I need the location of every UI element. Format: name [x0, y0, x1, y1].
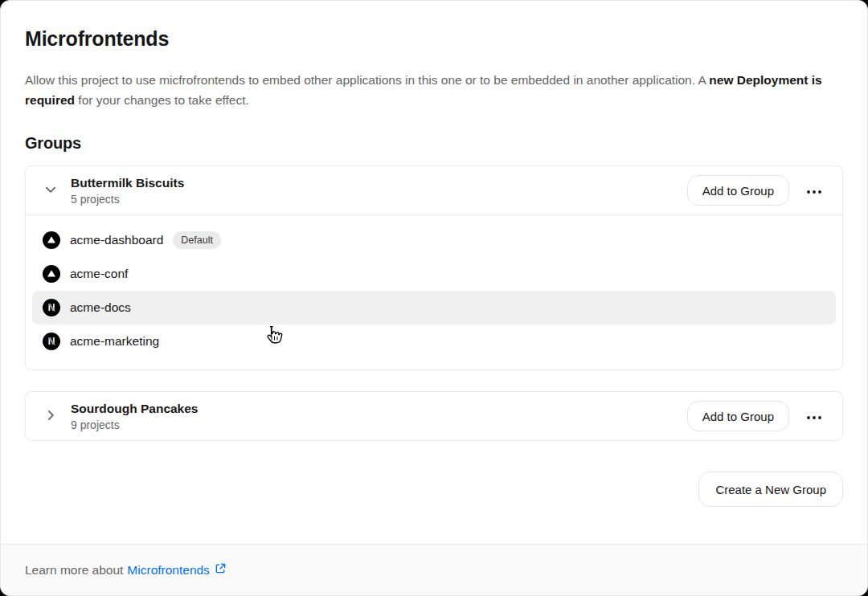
chevron-right-icon [43, 408, 58, 425]
microfrontends-settings-page: Microfrontends Allow this project to use… [0, 0, 868, 596]
group-project-count: 5 projects [71, 193, 184, 206]
ellipsis-icon [806, 410, 822, 423]
project-name: acme-dashboard [70, 233, 163, 247]
chevron-down-icon [43, 182, 58, 199]
group-project-count: 9 projects [71, 418, 198, 431]
description-text: Allow this project to use micfrofrontend… [25, 73, 709, 87]
group-meta: Buttermilk Biscuits 5 projects [71, 176, 184, 206]
microfrontends-docs-link[interactable]: Microfrontends [127, 562, 227, 578]
group-meta: Sourdough Pancakes 9 projects [71, 402, 198, 431]
page-description: Allow this project to use micfrofrontend… [25, 70, 837, 110]
collapse-group-button[interactable] [40, 180, 61, 201]
project-name: acme-marketing [70, 334, 159, 349]
project-list: acme-dashboard Default acme-conf N acme-… [26, 215, 842, 369]
groups-heading: Groups [25, 134, 843, 153]
project-row-acme-marketing[interactable]: N acme-marketing [32, 325, 836, 358]
footer: Learn more about Microfrontends [1, 544, 867, 595]
group-menu-button[interactable] [800, 402, 828, 430]
group-card-buttermilk-biscuits: Buttermilk Biscuits 5 projects Add to Gr… [25, 165, 843, 370]
footer-text: Learn more about [25, 563, 123, 578]
add-to-group-button[interactable]: Add to Group [687, 175, 789, 206]
external-link-icon [215, 562, 227, 578]
group-header: Buttermilk Biscuits 5 projects Add to Gr… [26, 166, 842, 214]
default-badge: Default [173, 231, 221, 249]
description-text-after: for your changes to take effect. [75, 93, 249, 107]
project-row-acme-dashboard[interactable]: acme-dashboard Default [32, 223, 836, 257]
project-row-acme-conf[interactable]: acme-conf [32, 257, 836, 291]
nextjs-logo-icon: N [43, 333, 60, 350]
create-new-group-button[interactable]: Create a New Group [698, 471, 843, 507]
group-header: Sourdough Pancakes 9 projects Add to Gro… [26, 392, 842, 440]
group-card-sourdough-pancakes: Sourdough Pancakes 9 projects Add to Gro… [25, 391, 843, 441]
project-name: acme-conf [70, 267, 128, 281]
group-name: Sourdough Pancakes [71, 402, 198, 416]
nextjs-logo-icon: N [43, 299, 60, 316]
project-row-acme-docs[interactable]: N acme-docs [32, 291, 836, 325]
group-menu-button[interactable] [800, 177, 828, 204]
vercel-logo-icon [43, 231, 60, 249]
expand-group-button[interactable] [40, 406, 61, 427]
page-title: Microfrontends [25, 1, 843, 51]
group-name: Buttermilk Biscuits [71, 176, 184, 190]
project-name: acme-docs [70, 300, 131, 315]
ellipsis-icon [806, 185, 822, 197]
vercel-logo-icon [43, 265, 60, 283]
add-to-group-button[interactable]: Add to Group [687, 401, 789, 431]
footer-link-label: Microfrontends [127, 563, 210, 578]
